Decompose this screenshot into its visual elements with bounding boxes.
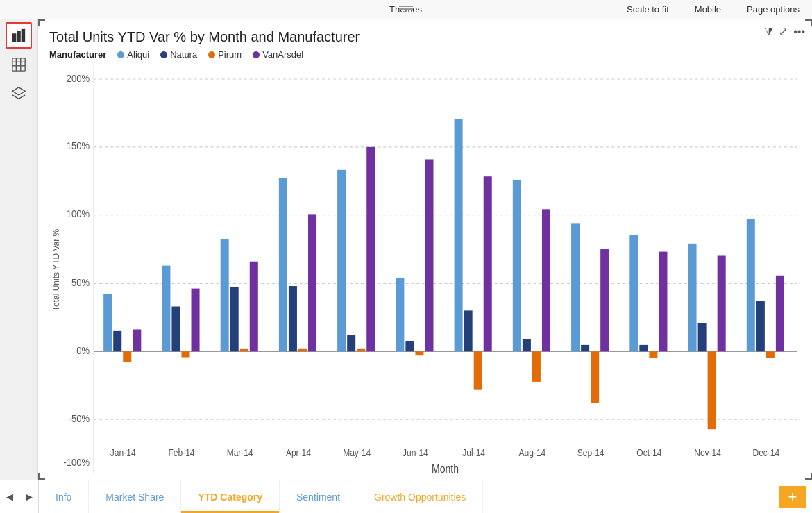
legend-vanarsdel: VanArsdel [253, 49, 303, 60]
bar-sep-vanarsdel [600, 249, 609, 351]
sidebar-layers[interactable] [6, 81, 32, 107]
bar-sep-aliqui [571, 223, 580, 351]
bar-mar-natura [230, 287, 239, 351]
bar-oct-aliqui [629, 235, 638, 351]
nav-prev[interactable]: ◀ [0, 480, 19, 513]
legend-dot-aliqui [117, 51, 124, 58]
bar-jul-pirum [474, 351, 482, 389]
x-label-oct: Oct-14 [636, 447, 661, 458]
bar-dec-vanarsdel [776, 276, 784, 352]
filter-icon[interactable]: ⧩ [764, 26, 773, 38]
legend-text-pirum: Pirum [218, 49, 242, 60]
y-label-0: 0% [76, 344, 90, 356]
legend-label: Manufacturer [49, 49, 106, 60]
bar-jul-natura [464, 310, 473, 351]
svg-rect-1 [17, 32, 20, 42]
y-label-200: 200% [67, 72, 90, 84]
sidebar-table[interactable] [6, 51, 32, 78]
legend: Manufacturer Aliqui Natura Pirum VanArsd… [49, 49, 801, 60]
x-label-jul: Jul-14 [462, 447, 485, 458]
legend-natura: Natura [160, 49, 197, 60]
tab-market-share[interactable]: Market Share [89, 480, 181, 513]
bar-jul-vanarsdel [484, 176, 492, 351]
legend-aliqui: Aliqui [117, 49, 149, 60]
bar-sep-natura [581, 345, 589, 351]
legend-text-vanarsdel: VanArsdel [262, 49, 303, 60]
mobile-button[interactable]: Mobile [682, 0, 734, 19]
drag-handle[interactable] [399, 6, 413, 10]
bar-jul-aliqui [455, 119, 463, 352]
x-label-apr: Apr-14 [286, 447, 311, 458]
x-label-sep: Sep-14 [577, 447, 604, 458]
y-label-minus50: -50% [69, 412, 90, 424]
bar-oct-pirum [649, 351, 657, 358]
chart-title: Total Units YTD Var % by Month and Manuf… [49, 29, 801, 45]
bar-mar-vanarsdel [250, 262, 258, 352]
tab-ytd-category[interactable]: YTD Category [181, 480, 280, 513]
corner-bl [38, 473, 45, 480]
top-bar-right: Scale to fit Mobile Page options [614, 0, 812, 19]
legend-text-natura: Natura [170, 49, 197, 60]
bar-aug-aliqui [513, 180, 521, 351]
bar-jun-pirum [415, 351, 423, 355]
legend-dot-vanarsdel [253, 51, 260, 58]
tab-info[interactable]: Info [39, 480, 89, 513]
expand-icon[interactable]: ⤢ [779, 25, 788, 38]
x-label-aug: Aug-14 [519, 447, 546, 458]
bar-dec-aliqui [747, 219, 755, 351]
legend-dot-natura [160, 51, 167, 58]
add-tab-button[interactable]: + [779, 486, 806, 508]
svg-rect-0 [13, 34, 16, 41]
corner-tl [38, 19, 45, 26]
bar-nov-natura [698, 323, 707, 351]
bar-dec-natura [756, 301, 765, 351]
bar-may-natura [347, 335, 355, 352]
bar-nov-vanarsdel [718, 255, 726, 351]
scale-to-fit-button[interactable]: Scale to fit [614, 0, 682, 19]
tab-growth-opportunities[interactable]: Growth Opportunities [357, 480, 483, 513]
bar-jan-aliqui [103, 294, 112, 351]
x-label-nov: Nov-14 [694, 447, 721, 458]
svg-rect-2 [22, 30, 25, 42]
bar-jan-pirum [123, 351, 131, 362]
bar-sep-pirum [591, 351, 599, 403]
svg-rect-3 [12, 58, 25, 71]
bar-aug-vanarsdel [542, 209, 550, 351]
more-icon[interactable]: ••• [793, 26, 805, 38]
nav-next[interactable]: ▶ [19, 480, 39, 513]
x-label-may: May-14 [343, 447, 371, 458]
bar-may-vanarsdel [366, 147, 375, 352]
bar-apr-pirum [298, 349, 307, 352]
bottom-tabs: ◀ ▶ Info Market Share YTD Category Senti… [0, 480, 812, 513]
bar-oct-vanarsdel [659, 252, 667, 352]
bar-feb-natura [171, 307, 180, 352]
legend-pirum: Pirum [208, 49, 242, 60]
y-label-minus100: -100% [63, 456, 90, 468]
bar-jun-natura [405, 341, 414, 351]
corner-tr [805, 19, 812, 26]
bar-may-aliqui [337, 170, 346, 352]
top-bar: Themes Scale to fit Mobile Page options [0, 0, 812, 19]
chart-container: Total Units YTD Var % 200% 150% [49, 65, 801, 474]
bar-apr-natura [289, 286, 297, 351]
bar-jan-natura [113, 331, 121, 351]
x-label-jun: Jun-14 [403, 447, 428, 458]
sidebar [0, 19, 38, 480]
sidebar-bar-chart[interactable] [6, 22, 32, 49]
chart-toolbar: ⧩ ⤢ ••• [764, 25, 805, 38]
bar-jun-vanarsdel [425, 159, 433, 351]
chart-svg: 200% 150% 100% 50% 0% -50% -100% [63, 65, 801, 474]
x-label-mar: Mar-14 [227, 447, 253, 458]
main-layout: ⧩ ⤢ ••• Total Units YTD Var % by Month a… [0, 19, 812, 480]
page-options-button[interactable]: Page options [734, 0, 812, 19]
y-label-50: 50% [71, 276, 90, 288]
bar-feb-pirum [181, 351, 189, 357]
y-axis-label: Total Units YTD Var % [49, 65, 63, 474]
bar-feb-vanarsdel [192, 289, 200, 352]
tab-sentiment[interactable]: Sentiment [280, 480, 357, 513]
svg-marker-8 [12, 87, 25, 95]
y-label-100: 100% [67, 208, 90, 219]
bar-mar-pirum [240, 349, 248, 352]
legend-text-aliqui: Aliqui [127, 49, 149, 60]
bar-aug-pirum [532, 351, 541, 382]
